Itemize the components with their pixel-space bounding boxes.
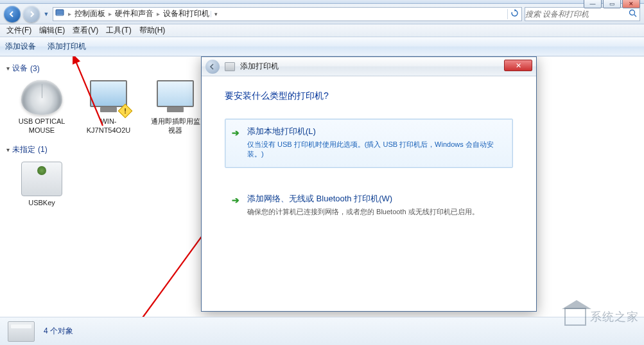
arrow-right-icon: ➔ (232, 128, 239, 138)
svg-rect-0 (56, 10, 64, 15)
group-unspecified-label: 未指定 (12, 144, 35, 155)
device-label: WIN-KJ7NT54O2U (81, 117, 136, 135)
wizard-titlebar[interactable]: 添加打印机 (202, 57, 536, 76)
option-title: 添加网络、无线或 Bluetooth 打印机(W) (247, 193, 505, 205)
menu-edit[interactable]: 编辑(E) (35, 25, 69, 36)
house-icon (564, 308, 586, 326)
toolbar: 添加设备 添加打印机 (0, 37, 644, 56)
statusbar: 4 个对象 (0, 317, 644, 345)
group-devices-count: (3) (30, 64, 40, 73)
collapse-arrow-icon: ▾ (6, 146, 10, 153)
wizard-back-button[interactable] (205, 60, 220, 74)
mouse-icon (21, 80, 62, 115)
add-printer-button[interactable]: 添加打印机 (48, 41, 86, 52)
usbkey-icon (21, 162, 62, 196)
printer-icon (225, 62, 235, 71)
option-add-local-printer[interactable]: ➔ 添加本地打印机(L) 仅当没有 USB 打印机时使用此选项。(插入 USB … (225, 119, 513, 168)
monitor-icon (155, 80, 196, 115)
nav-back-button[interactable] (4, 6, 21, 22)
breadcrumb-seg-3[interactable]: 设备和打印机 (162, 8, 211, 19)
option-title: 添加本地打印机(L) (247, 126, 505, 137)
device-mouse[interactable]: USB OPTICAL MOUSE (14, 80, 69, 135)
status-object-count: 4 个对象 (44, 326, 73, 337)
maximize-button[interactable]: ▭ (603, 0, 621, 8)
device-label: 通用即插即用监视器 (148, 117, 203, 135)
device-usbkey[interactable]: USBKey (14, 162, 69, 208)
svg-line-3 (634, 14, 636, 17)
search-input[interactable] (525, 10, 625, 19)
wizard-heading: 要安装什么类型的打印机? (225, 90, 513, 102)
control-panel-icon (53, 8, 66, 19)
printer-icon (8, 321, 35, 342)
breadcrumb-sep-icon: ▸ (66, 10, 73, 17)
refresh-button[interactable] (507, 9, 521, 19)
wizard-close-button[interactable]: ✕ (504, 60, 532, 71)
option-desc: 确保您的计算机已连接到网络，或者您的 Bluetooth 或无线打印机已启用。 (247, 207, 505, 217)
arrow-right-icon: ➔ (232, 195, 239, 205)
breadcrumb-dropdown[interactable]: ▾ (211, 11, 221, 17)
breadcrumb-seg-2[interactable]: 硬件和声音 (114, 8, 155, 19)
device-pc[interactable]: WIN-KJ7NT54O2U (81, 80, 136, 135)
option-add-network-printer[interactable]: ➔ 添加网络、无线或 Bluetooth 打印机(W) 确保您的计算机已连接到网… (225, 186, 513, 225)
content-area: ▾ 设备 (3) USB OPTICAL MOUSE WIN-KJ7NT54O2… (0, 56, 644, 328)
option-desc: 仅当没有 USB 打印机时使用此选项。(插入 USB 打印机后，Windows … (247, 140, 505, 160)
device-monitor[interactable]: 通用即插即用监视器 (148, 80, 203, 135)
add-printer-wizard: 添加打印机 ✕ 要安装什么类型的打印机? ➔ 添加本地打印机(L) 仅当没有 U… (201, 56, 537, 312)
group-devices-label: 设备 (12, 63, 28, 74)
search-icon[interactable] (625, 9, 640, 19)
menu-view[interactable]: 查看(V) (69, 25, 102, 36)
svg-rect-1 (57, 15, 63, 16)
search-box[interactable] (525, 7, 640, 21)
collapse-arrow-icon: ▾ (6, 65, 10, 72)
menubar: 文件(F) 编辑(E) 查看(V) 工具(T) 帮助(H) (0, 24, 644, 37)
nav-history-dropdown[interactable]: ▼ (42, 8, 50, 21)
watermark: 系统之家 (564, 308, 639, 326)
menu-tools[interactable]: 工具(T) (102, 25, 135, 36)
nav-forward-button[interactable] (23, 6, 40, 22)
minimize-button[interactable]: — (584, 0, 602, 8)
breadcrumb-sep-icon: ▸ (155, 10, 162, 17)
breadcrumb[interactable]: ▸ 控制面板 ▸ 硬件和声音 ▸ 设备和打印机 ▾ (53, 7, 522, 21)
breadcrumb-sep-icon: ▸ (107, 10, 114, 17)
close-button[interactable]: ✕ (622, 0, 640, 8)
breadcrumb-seg-1[interactable]: 控制面板 (73, 8, 107, 19)
menu-help[interactable]: 帮助(H) (135, 25, 170, 36)
navbar: ▼ ▸ 控制面板 ▸ 硬件和声音 ▸ 设备和打印机 ▾ (0, 4, 644, 24)
group-unspecified-count: (1) (38, 145, 48, 154)
titlebar: — ▭ ✕ (0, 0, 644, 4)
add-device-button[interactable]: 添加设备 (5, 41, 36, 52)
wizard-title-text: 添加打印机 (240, 61, 279, 72)
device-label: USB OPTICAL MOUSE (14, 117, 69, 135)
svg-point-2 (629, 10, 634, 15)
menu-file[interactable]: 文件(F) (3, 25, 35, 36)
device-label: USBKey (14, 199, 69, 208)
watermark-text: 系统之家 (590, 309, 639, 324)
computer-icon (88, 80, 129, 115)
